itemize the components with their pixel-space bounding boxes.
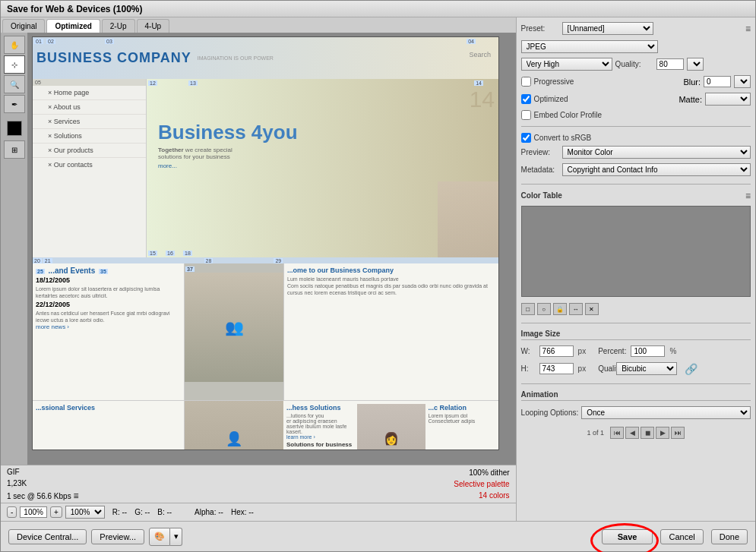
looping-select[interactable]: Once Forever Other... <box>581 406 751 419</box>
canvas-area: ✋ ⊹ 🔍 ✒ ⊞ BUSINESS COMPANY <box>1 33 516 465</box>
divider4 <box>521 383 751 384</box>
convert-srgb-checkbox[interactable] <box>521 133 531 143</box>
progressive-checkbox-row: Progressive <box>521 77 574 87</box>
percent-input[interactable] <box>631 345 665 357</box>
zoom-in-btn[interactable]: + <box>50 506 62 518</box>
preset-controls: Preset: [Unnamed] <box>521 22 653 35</box>
b-value: B: -- <box>157 508 172 516</box>
optimized-checkbox[interactable] <box>521 94 531 104</box>
site-search: Search <box>469 51 491 58</box>
info-size: 1,23K <box>7 478 78 489</box>
w-input[interactable] <box>539 345 574 357</box>
sol-col1: ...hess Solutions ...lutions for you er … <box>286 404 354 449</box>
tab-original[interactable]: Original <box>2 19 45 33</box>
anim-prev-btn[interactable]: ◀ <box>625 427 639 439</box>
format-row: JPEG <box>521 40 751 53</box>
progressive-checkbox[interactable] <box>521 77 531 87</box>
ct-icon-lock[interactable]: 🔒 <box>553 303 567 315</box>
window-title: Save for Web & Devices (100%) <box>7 4 143 14</box>
site-tagline: IMAGINATION IS OUR POWER <box>198 55 274 61</box>
nav-products: × Our products <box>33 144 146 158</box>
ct-icon-shift[interactable]: ↔ <box>569 303 583 315</box>
convert-srgb-label: Convert to sRGB <box>534 134 592 142</box>
marquee-tool[interactable]: ⊹ <box>4 55 25 74</box>
anim-play-btn[interactable]: ▶ <box>656 427 669 439</box>
color-table-title: Color Table <box>521 191 562 201</box>
info-palette: Selective palette <box>454 478 509 490</box>
color-table-menu-icon[interactable]: ≡ <box>745 191 751 201</box>
quality-size-select[interactable]: Bicubic <box>616 362 677 375</box>
convert-srgb-row: Convert to sRGB <box>521 133 751 143</box>
nav-solutions: × Solutions <box>33 129 146 144</box>
metadata-row: Metadata: Copyright and Contact Info <box>521 163 751 176</box>
preset-row: Preset: [Unnamed] ≡ <box>521 22 751 35</box>
tab-4up[interactable]: 4-Up <box>137 19 170 33</box>
nav-home: × Home page <box>33 86 146 100</box>
site-preview: BUSINESS COMPANY IMAGINATION IS OUR POWE… <box>33 37 498 449</box>
quality-size-label: Quality: <box>598 364 612 373</box>
color-picker-icon[interactable]: 🎨 <box>149 528 170 546</box>
bottom-left-buttons: Device Central... Preview... 🎨 ▾ <box>8 528 182 546</box>
preset-select[interactable]: [Unnamed] <box>562 22 653 35</box>
format-select[interactable]: JPEG <box>521 40 658 53</box>
quality-input[interactable] <box>656 58 684 70</box>
color-picker-arrow[interactable]: ▾ <box>170 528 182 546</box>
color-picker-group: 🎨 ▾ <box>149 528 182 546</box>
anim-last-btn[interactable]: ⏭ <box>671 427 685 439</box>
services-img: 👤 <box>185 401 283 449</box>
preview-label: Preview: <box>521 148 559 156</box>
hand-tool[interactable]: ✋ <box>4 36 25 54</box>
save-button[interactable]: Save <box>602 529 653 544</box>
ct-icon-web[interactable]: ○ <box>537 303 551 315</box>
divider1 <box>521 126 751 127</box>
zoom-select[interactable]: 100% <box>65 506 105 519</box>
toggle-tool[interactable]: ⊞ <box>4 140 25 159</box>
link-icon[interactable]: 🔗 <box>685 363 697 375</box>
zoom-input[interactable]: 100% <box>20 506 47 518</box>
canvas-image: BUSINESS COMPANY IMAGINATION IS OUR POWE… <box>32 36 499 450</box>
zoom-out-btn[interactable]: - <box>7 506 17 518</box>
tab-optimized[interactable]: Optimized <box>46 19 100 33</box>
quality-arrow[interactable]: ▼ <box>687 58 704 71</box>
zoom-tool[interactable]: 🔍 <box>4 75 25 93</box>
status-bar: - 100% + 100% R: -- G: -- B: -- Alpha: -… <box>1 503 516 521</box>
quality-preset-row: Very High Quality: ▼ <box>521 58 751 71</box>
bottom-bar: Device Central... Preview... 🎨 ▾ Save Ca… <box>1 521 755 551</box>
h-label: H: <box>521 364 535 373</box>
blur-arrow[interactable]: ▼ <box>734 75 751 88</box>
nav-services: × Services <box>33 115 146 129</box>
metadata-select[interactable]: Copyright and Contact Info <box>562 163 751 176</box>
color-table-header: Color Table ≡ <box>521 191 751 201</box>
tab-2up[interactable]: 2-Up <box>102 19 135 33</box>
preview-select[interactable]: Monitor Color <box>562 146 751 159</box>
eyedropper-tool[interactable]: ✒ <box>4 95 25 113</box>
matte-select[interactable] <box>705 93 751 106</box>
slice-row-20: 20 21 28 29 <box>33 257 498 263</box>
preset-menu-icon[interactable]: ≡ <box>745 24 751 34</box>
device-central-button[interactable]: Device Central... <box>8 529 87 544</box>
h-input[interactable] <box>539 363 574 374</box>
blur-input[interactable] <box>704 76 731 87</box>
anim-controls: 1 of 1 ⏮ ◀ ◼ ▶ ⏭ <box>521 427 751 439</box>
site-hero: 12 13 14 Business 4you Together we creat… <box>147 79 498 257</box>
color-table-icons: □ ○ 🔒 ↔ ✕ <box>521 301 751 317</box>
quality-label: Quality: <box>615 60 653 68</box>
ct-icon-delete[interactable]: ✕ <box>585 303 599 315</box>
ct-icon-map[interactable]: □ <box>521 303 535 315</box>
hex-value: Hex: -- <box>231 508 254 516</box>
services-col: ...ssional Services <box>33 401 185 449</box>
looping-label: Looping Options: <box>521 408 579 417</box>
embed-color-checkbox[interactable] <box>521 110 531 120</box>
anim-first-btn[interactable]: ⏮ <box>610 427 624 439</box>
right-buttons: Save Cancel Done <box>602 529 748 544</box>
done-button[interactable]: Done <box>711 529 748 544</box>
cancel-button[interactable]: Cancel <box>660 529 703 544</box>
tool-panel: ✋ ⊹ 🔍 ✒ ⊞ <box>1 33 28 465</box>
title-bar: Save for Web & Devices (100%) <box>1 1 755 17</box>
info-format: GIF <box>7 466 78 478</box>
color-fg[interactable] <box>7 121 22 136</box>
anim-stop-btn[interactable]: ◼ <box>641 427 654 439</box>
optimized-matte-row: Optimized Matte: <box>521 93 751 106</box>
preview-button[interactable]: Preview... <box>91 529 144 544</box>
quality-preset-select[interactable]: Very High <box>521 58 612 71</box>
